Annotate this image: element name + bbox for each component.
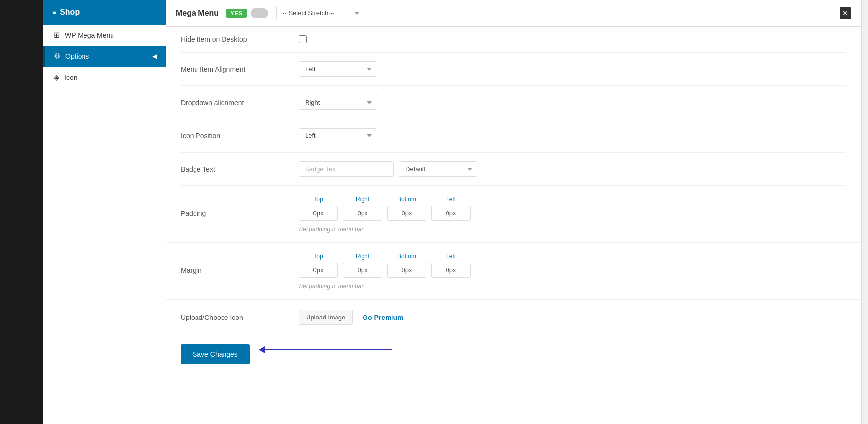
margin-label: Margin	[181, 253, 289, 274]
margin-bottom-input[interactable]	[387, 263, 426, 278]
sidebar-dark	[0, 0, 43, 424]
padding-left-input[interactable]	[431, 206, 471, 221]
sidebar-item-wp-mega-menu[interactable]: ⊞ WP Mega Menu	[43, 25, 166, 46]
toggle-switch[interactable]	[251, 8, 268, 18]
padding-label: Padding	[181, 196, 289, 217]
arrow-head	[259, 346, 265, 353]
arrow-line	[265, 349, 392, 350]
badge-text-label: Badge Text	[181, 165, 289, 173]
save-section: Save Changes	[166, 335, 861, 379]
padding-row: Padding Top Right Bottom Left Set pad	[181, 196, 846, 233]
stretch-select[interactable]: -- Select Stretch -- Full Width Containe…	[276, 6, 364, 20]
menu-alignment-label: Menu Item Alignment	[181, 65, 289, 73]
margin-headers: Top Right Bottom Left	[299, 253, 846, 260]
gear-icon: ⚙	[54, 52, 60, 61]
badge-text-row: Badge Text Default Primary Success Warni…	[181, 153, 846, 186]
menu-alignment-select[interactable]: Left Center Right	[299, 61, 377, 77]
sidebar-item-icon[interactable]: ◈ Icon	[43, 67, 166, 88]
margin-inputs	[299, 263, 846, 278]
icon-position-row: Icon Position Left Right	[181, 119, 846, 153]
sidebar-item-label: Icon	[64, 74, 77, 81]
diamond-icon: ◈	[54, 73, 59, 82]
menu-alignment-control: Left Center Right	[299, 61, 846, 77]
go-premium-link[interactable]: Go Premium	[363, 314, 403, 321]
dropdown-alignment-row: Dropdown alignment Left Center Right	[181, 86, 846, 119]
form-section: Hide Item on Desktop Menu Item Alignment…	[166, 26, 861, 186]
arrow-annotation	[259, 346, 392, 353]
padding-inputs	[299, 206, 846, 221]
margin-left-header: Left	[431, 253, 471, 260]
margin-top-input[interactable]	[299, 263, 338, 278]
icon-position-label: Icon Position	[181, 132, 289, 140]
margin-row: Margin Top Right Bottom Left Set padd	[181, 253, 846, 290]
margin-left-input[interactable]	[431, 263, 471, 278]
sidebar-item-label: WP Mega Menu	[65, 31, 114, 39]
padding-left-header: Left	[431, 196, 471, 203]
menu-alignment-row: Menu Item Alignment Left Center Right	[181, 53, 846, 86]
badge-text-input[interactable]	[299, 161, 394, 177]
sidebar-dark-item[interactable]	[0, 5, 43, 13]
topbar: Mega Menu YES -- Select Stretch -- Full …	[166, 0, 861, 26]
sidebar-item-label: Options	[65, 53, 89, 60]
dropdown-alignment-select[interactable]: Left Center Right	[299, 95, 377, 110]
dropdown-alignment-label: Dropdown alignment	[181, 99, 289, 106]
sidebar-item-options[interactable]: ⚙ Options	[43, 46, 166, 67]
margin-fields: Top Right Bottom Left Set padding to men…	[299, 253, 846, 290]
padding-headers: Top Right Bottom Left	[299, 196, 846, 203]
margin-right-header: Right	[343, 253, 382, 260]
margin-right-input[interactable]	[343, 263, 382, 278]
padding-right-input[interactable]	[343, 206, 382, 221]
dropdown-alignment-control: Left Center Right	[299, 95, 846, 110]
upload-section: Upload/Choose Icon Upload image Go Premi…	[166, 300, 861, 335]
sidebar-header: ≡ Shop	[43, 0, 166, 25]
sidebar-title: Shop	[60, 8, 80, 17]
upload-image-button[interactable]: Upload image	[299, 310, 353, 325]
padding-right-header: Right	[343, 196, 382, 203]
sidebar-blue: ≡ Shop ⊞ WP Mega Menu ⚙ Options ◈ Icon	[43, 0, 166, 424]
margin-bottom-header: Bottom	[387, 253, 426, 260]
hide-item-checkbox[interactable]	[299, 35, 307, 43]
hide-item-row: Hide Item on Desktop	[181, 26, 846, 53]
grid-icon: ⊞	[54, 30, 60, 40]
hide-item-label: Hide Item on Desktop	[181, 35, 289, 43]
margin-top-header: Top	[299, 253, 338, 260]
padding-section: Padding Top Right Bottom Left Set pad	[166, 186, 861, 243]
icon-position-select[interactable]: Left Right	[299, 128, 377, 143]
padding-top-input[interactable]	[299, 206, 338, 221]
save-changes-button[interactable]: Save Changes	[181, 344, 250, 364]
main-panel: Mega Menu YES -- Select Stretch -- Full …	[166, 0, 861, 424]
margin-section: Margin Top Right Bottom Left Set padd	[166, 243, 861, 300]
margin-hint: Set padding to menu bar.	[299, 283, 846, 290]
padding-bottom-header: Bottom	[387, 196, 426, 203]
padding-top-header: Top	[299, 196, 338, 203]
close-button[interactable]: ✕	[840, 7, 851, 19]
padding-bottom-input[interactable]	[387, 206, 426, 221]
badge-style-select[interactable]: Default Primary Success Warning Danger	[399, 161, 477, 177]
topbar-title: Mega Menu	[176, 9, 219, 18]
hide-item-control	[299, 35, 846, 43]
content-area: Hide Item on Desktop Menu Item Alignment…	[166, 26, 861, 424]
right-scrollbar[interactable]	[861, 0, 868, 424]
yes-badge: YES	[226, 9, 247, 18]
badge-text-control: Default Primary Success Warning Danger	[299, 161, 846, 177]
padding-fields: Top Right Bottom Left Set padding to men…	[299, 196, 846, 233]
icon-position-control: Left Right	[299, 128, 846, 143]
hamburger-icon: ≡	[52, 8, 56, 16]
padding-hint: Set padding to menu bar.	[299, 226, 846, 233]
upload-label: Upload/Choose Icon	[181, 314, 289, 321]
